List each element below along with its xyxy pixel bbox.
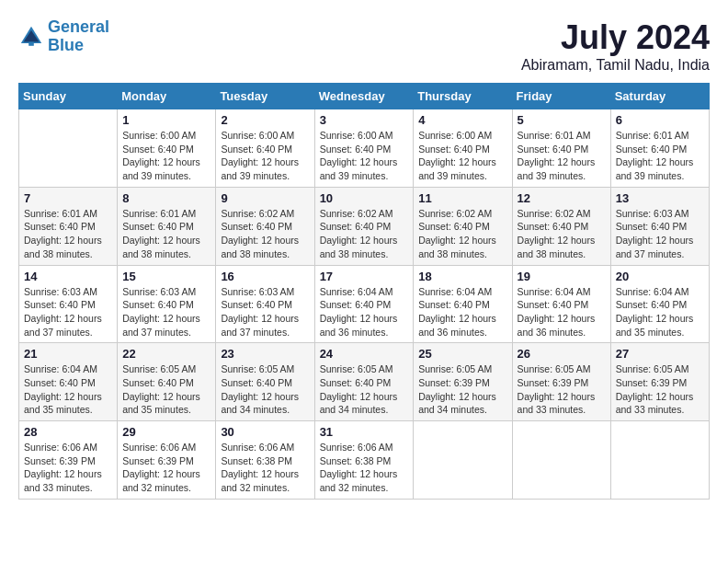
day-number: 28 <box>24 425 112 439</box>
day-info: Sunrise: 6:04 AMSunset: 6:40 PMDaylight:… <box>320 285 409 339</box>
calendar-cell: 29Sunrise: 6:06 AMSunset: 6:39 PMDayligh… <box>118 421 216 500</box>
day-number: 31 <box>320 425 409 439</box>
day-info: Sunrise: 6:02 AMSunset: 6:40 PMDaylight:… <box>221 207 309 261</box>
day-number: 15 <box>122 270 210 283</box>
day-info: Sunrise: 6:01 AMSunset: 6:40 PMDaylight:… <box>616 129 704 183</box>
day-info: Sunrise: 6:03 AMSunset: 6:40 PMDaylight:… <box>24 285 112 339</box>
calendar-cell: 17Sunrise: 6:04 AMSunset: 6:40 PMDayligh… <box>314 265 414 343</box>
day-number: 26 <box>518 347 606 361</box>
calendar-cell: 19Sunrise: 6:04 AMSunset: 6:40 PMDayligh… <box>512 265 610 343</box>
calendar-cell: 27Sunrise: 6:05 AMSunset: 6:39 PMDayligh… <box>610 343 709 421</box>
header-friday: Friday <box>512 84 610 109</box>
calendar-cell: 22Sunrise: 6:05 AMSunset: 6:40 PMDayligh… <box>118 343 216 421</box>
day-info: Sunrise: 6:03 AMSunset: 6:40 PMDaylight:… <box>221 285 309 339</box>
calendar-table: SundayMondayTuesdayWednesdayThursdayFrid… <box>18 83 710 500</box>
day-number: 6 <box>616 113 704 127</box>
day-info: Sunrise: 6:00 AMSunset: 6:40 PMDaylight:… <box>122 129 210 183</box>
month-title: July 2024 <box>521 18 710 57</box>
day-info: Sunrise: 6:06 AMSunset: 6:38 PMDaylight:… <box>320 441 409 495</box>
day-number: 13 <box>616 191 704 205</box>
calendar-cell <box>19 109 118 188</box>
calendar-cell: 21Sunrise: 6:04 AMSunset: 6:40 PMDayligh… <box>19 343 118 421</box>
day-info: Sunrise: 6:04 AMSunset: 6:40 PMDaylight:… <box>518 285 606 339</box>
calendar-cell: 12Sunrise: 6:02 AMSunset: 6:40 PMDayligh… <box>512 187 610 265</box>
calendar-header-row: SundayMondayTuesdayWednesdayThursdayFrid… <box>19 84 710 109</box>
day-info: Sunrise: 6:02 AMSunset: 6:40 PMDaylight:… <box>418 207 506 261</box>
day-number: 18 <box>418 270 506 283</box>
calendar-cell: 30Sunrise: 6:06 AMSunset: 6:38 PMDayligh… <box>216 421 314 500</box>
calendar-cell: 15Sunrise: 6:03 AMSunset: 6:40 PMDayligh… <box>118 265 216 343</box>
day-number: 10 <box>320 191 409 205</box>
calendar-cell: 5Sunrise: 6:01 AMSunset: 6:40 PMDaylight… <box>512 109 610 188</box>
day-info: Sunrise: 6:00 AMSunset: 6:40 PMDaylight:… <box>320 129 409 183</box>
day-info: Sunrise: 6:01 AMSunset: 6:40 PMDaylight:… <box>122 207 210 261</box>
day-info: Sunrise: 6:02 AMSunset: 6:40 PMDaylight:… <box>320 207 409 261</box>
calendar-cell: 24Sunrise: 6:05 AMSunset: 6:40 PMDayligh… <box>314 343 414 421</box>
location: Abiramam, Tamil Nadu, India <box>521 57 710 74</box>
day-number: 21 <box>24 347 112 361</box>
day-number: 16 <box>221 270 309 283</box>
day-number: 12 <box>518 191 606 205</box>
day-info: Sunrise: 6:05 AMSunset: 6:39 PMDaylight:… <box>616 362 704 417</box>
day-info: Sunrise: 6:00 AMSunset: 6:40 PMDaylight:… <box>418 129 506 183</box>
calendar-cell: 4Sunrise: 6:00 AMSunset: 6:40 PMDaylight… <box>414 109 512 188</box>
calendar-cell: 10Sunrise: 6:02 AMSunset: 6:40 PMDayligh… <box>314 187 414 265</box>
day-number: 20 <box>616 270 704 283</box>
calendar-cell: 18Sunrise: 6:04 AMSunset: 6:40 PMDayligh… <box>414 265 512 343</box>
day-number: 14 <box>24 270 112 283</box>
svg-rect-2 <box>28 41 34 45</box>
calendar-week-4: 21Sunrise: 6:04 AMSunset: 6:40 PMDayligh… <box>19 343 710 421</box>
day-number: 11 <box>418 191 506 205</box>
day-number: 17 <box>320 270 409 283</box>
day-info: Sunrise: 6:06 AMSunset: 6:38 PMDaylight:… <box>221 441 309 495</box>
day-info: Sunrise: 6:05 AMSunset: 6:40 PMDaylight:… <box>122 362 210 417</box>
calendar-cell: 14Sunrise: 6:03 AMSunset: 6:40 PMDayligh… <box>19 265 118 343</box>
day-info: Sunrise: 6:04 AMSunset: 6:40 PMDaylight:… <box>418 285 506 339</box>
day-info: Sunrise: 6:03 AMSunset: 6:40 PMDaylight:… <box>122 285 210 339</box>
day-info: Sunrise: 6:01 AMSunset: 6:40 PMDaylight:… <box>24 207 112 261</box>
calendar-cell: 31Sunrise: 6:06 AMSunset: 6:38 PMDayligh… <box>314 421 414 500</box>
calendar-cell: 11Sunrise: 6:02 AMSunset: 6:40 PMDayligh… <box>414 187 512 265</box>
header-saturday: Saturday <box>610 84 709 109</box>
day-number: 22 <box>122 347 210 361</box>
day-number: 3 <box>320 113 409 127</box>
header-monday: Monday <box>118 84 216 109</box>
day-info: Sunrise: 6:00 AMSunset: 6:40 PMDaylight:… <box>221 129 309 183</box>
day-info: Sunrise: 6:04 AMSunset: 6:40 PMDaylight:… <box>24 362 112 417</box>
calendar-cell: 7Sunrise: 6:01 AMSunset: 6:40 PMDaylight… <box>19 187 118 265</box>
calendar-cell: 3Sunrise: 6:00 AMSunset: 6:40 PMDaylight… <box>314 109 414 188</box>
calendar-cell: 28Sunrise: 6:06 AMSunset: 6:39 PMDayligh… <box>19 421 118 500</box>
calendar-cell <box>414 421 512 500</box>
calendar-cell: 26Sunrise: 6:05 AMSunset: 6:39 PMDayligh… <box>512 343 610 421</box>
day-number: 7 <box>24 191 112 205</box>
day-info: Sunrise: 6:05 AMSunset: 6:39 PMDaylight:… <box>418 362 506 417</box>
page-header: General Blue July 2024 Abiramam, Tamil N… <box>18 18 710 74</box>
calendar-cell: 25Sunrise: 6:05 AMSunset: 6:39 PMDayligh… <box>414 343 512 421</box>
day-number: 27 <box>616 347 704 361</box>
day-number: 29 <box>122 425 210 439</box>
day-number: 1 <box>122 113 210 127</box>
day-number: 24 <box>320 347 409 361</box>
calendar-cell: 1Sunrise: 6:00 AMSunset: 6:40 PMDaylight… <box>118 109 216 188</box>
day-number: 5 <box>518 113 606 127</box>
day-info: Sunrise: 6:03 AMSunset: 6:40 PMDaylight:… <box>616 207 704 261</box>
day-info: Sunrise: 6:05 AMSunset: 6:39 PMDaylight:… <box>518 362 606 417</box>
calendar-week-1: 1Sunrise: 6:00 AMSunset: 6:40 PMDaylight… <box>19 109 710 188</box>
day-info: Sunrise: 6:06 AMSunset: 6:39 PMDaylight:… <box>122 441 210 495</box>
logo-icon <box>18 24 44 50</box>
day-number: 30 <box>221 425 309 439</box>
header-wednesday: Wednesday <box>314 84 414 109</box>
day-number: 9 <box>221 191 309 205</box>
calendar-cell: 23Sunrise: 6:05 AMSunset: 6:40 PMDayligh… <box>216 343 314 421</box>
calendar-week-5: 28Sunrise: 6:06 AMSunset: 6:39 PMDayligh… <box>19 421 710 500</box>
day-info: Sunrise: 6:06 AMSunset: 6:39 PMDaylight:… <box>24 441 112 495</box>
day-number: 8 <box>122 191 210 205</box>
calendar-cell: 20Sunrise: 6:04 AMSunset: 6:40 PMDayligh… <box>610 265 709 343</box>
day-info: Sunrise: 6:04 AMSunset: 6:40 PMDaylight:… <box>616 285 704 339</box>
calendar-cell <box>610 421 709 500</box>
calendar-cell: 8Sunrise: 6:01 AMSunset: 6:40 PMDaylight… <box>118 187 216 265</box>
calendar-week-3: 14Sunrise: 6:03 AMSunset: 6:40 PMDayligh… <box>19 265 710 343</box>
calendar-cell <box>512 421 610 500</box>
day-info: Sunrise: 6:05 AMSunset: 6:40 PMDaylight:… <box>320 362 409 417</box>
calendar-cell: 9Sunrise: 6:02 AMSunset: 6:40 PMDaylight… <box>216 187 314 265</box>
